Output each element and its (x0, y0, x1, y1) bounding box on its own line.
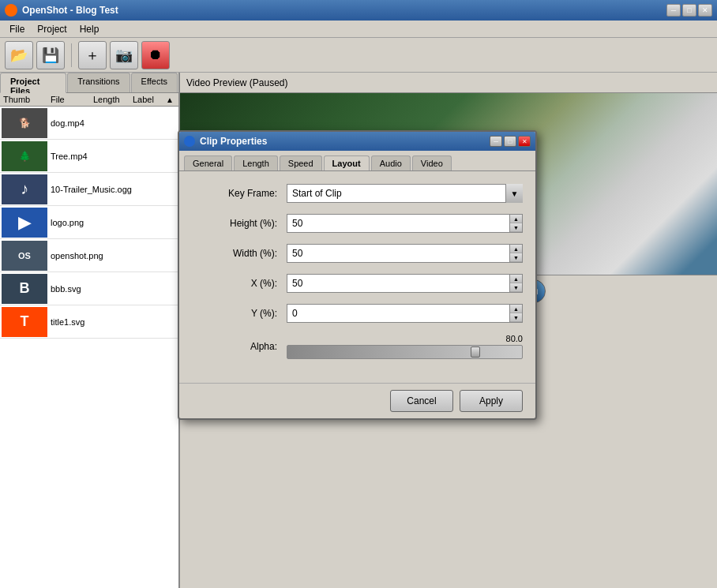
alpha-label: Alpha: (192, 341, 287, 352)
y-up[interactable]: ▲ (510, 305, 522, 313)
close-button[interactable]: ✕ (698, 4, 712, 17)
key-frame-label: Key Frame: (192, 188, 287, 199)
dialog-tab-layout[interactable]: Layout (324, 155, 370, 170)
dialog-title: Clip Properties (200, 136, 490, 147)
list-item[interactable]: B bbb.svg (0, 272, 178, 305)
file-name: logo.png (51, 218, 177, 227)
list-item[interactable]: ♪ 10-Trailer_Music.ogg (0, 173, 178, 206)
width-arrows: ▲ ▼ (509, 245, 522, 262)
y-spinner: ▲ ▼ (287, 304, 523, 323)
col-label-header: Label (133, 95, 164, 104)
file-name: 10-Trailer_Music.ogg (51, 185, 177, 194)
cancel-button[interactable]: Cancel (390, 390, 453, 412)
list-item[interactable]: 🌲 Tree.mp4 (0, 140, 178, 173)
y-label: Y (%): (192, 308, 287, 319)
tab-project-files[interactable]: Project Files (0, 73, 66, 93)
height-down[interactable]: ▼ (510, 223, 522, 232)
key-frame-arrow[interactable]: ▼ (505, 184, 523, 203)
col-length-header: Length (93, 95, 133, 104)
dialog-icon (184, 136, 195, 147)
x-up[interactable]: ▲ (510, 275, 522, 283)
file-thumb: ♪ (2, 174, 47, 204)
dialog-tab-video[interactable]: Video (412, 155, 452, 170)
tab-bar: Project Files Transitions Effects (0, 73, 178, 93)
y-input: ▲ ▼ (287, 304, 523, 323)
list-item[interactable]: 🐕 dog.mp4 (0, 107, 178, 140)
alpha-thumb[interactable] (471, 346, 480, 358)
maximize-button[interactable]: □ (682, 4, 696, 17)
app-title: OpenShot - Blog Test (22, 5, 666, 16)
x-label: X (%): (192, 278, 287, 289)
file-thumb: 🌲 (2, 141, 47, 171)
alpha-value: 80.0 (287, 334, 523, 343)
y-arrows: ▲ ▼ (509, 305, 522, 322)
key-frame-input: Start of ClipEnd of ClipCustom ▼ (287, 184, 523, 203)
height-value[interactable] (287, 215, 509, 232)
list-item[interactable]: T title1.svg (0, 305, 178, 339)
file-thumb: 🐕 (2, 108, 47, 138)
video-preview-title: Video Preview (Paused) (186, 77, 288, 88)
width-up[interactable]: ▲ (510, 245, 522, 253)
toolbar: 📂 💾 ＋ 📷 ⏺ (0, 38, 717, 73)
camera-button[interactable]: 📷 (110, 41, 138, 69)
x-value[interactable] (287, 275, 509, 292)
titlebar: OpenShot - Blog Test ─ □ ✕ (0, 0, 717, 21)
menu-file[interactable]: File (3, 22, 31, 36)
key-frame-select[interactable]: Start of ClipEnd of ClipCustom (287, 184, 523, 203)
height-up[interactable]: ▲ (510, 215, 522, 223)
height-arrows: ▲ ▼ (509, 215, 522, 232)
open-button[interactable]: 📂 (5, 41, 33, 69)
file-thumb: ▶ (2, 208, 47, 238)
x-arrows: ▲ ▼ (509, 275, 522, 292)
dialog-tab-audio[interactable]: Audio (371, 155, 411, 170)
apply-button[interactable]: Apply (460, 390, 523, 412)
width-value[interactable] (287, 245, 509, 262)
alpha-row: Alpha: 80.0 (192, 334, 523, 359)
y-value[interactable] (287, 305, 509, 322)
file-name: bbb.svg (51, 284, 177, 294)
dialog-minimize-button[interactable]: ─ (490, 136, 502, 147)
dialog-content: Key Frame: Start of ClipEnd of ClipCusto… (179, 171, 535, 383)
add-file-button[interactable]: ＋ (78, 41, 107, 69)
alpha-container: 80.0 (287, 334, 523, 359)
dialog-controls: ─ □ ✕ (490, 136, 531, 147)
height-row: Height (%): ▲ ▼ (192, 214, 523, 233)
menubar: File Project Help (0, 21, 717, 38)
video-preview-header: Video Preview (Paused) (180, 73, 717, 93)
y-down[interactable]: ▼ (510, 313, 522, 322)
x-down[interactable]: ▼ (510, 283, 522, 292)
x-spinner: ▲ ▼ (287, 274, 523, 293)
menu-project[interactable]: Project (31, 22, 73, 36)
file-thumb: T (2, 307, 47, 337)
file-list: 🐕 dog.mp4 🌲 Tree.mp4 ♪ 10-Trailer_Music.… (0, 107, 178, 588)
tab-transitions[interactable]: Transitions (67, 73, 130, 92)
dialog-tab-length[interactable]: Length (234, 155, 278, 170)
clip-dialog: Clip Properties ─ □ ✕ General Length Spe… (178, 130, 537, 420)
width-input: ▲ ▼ (287, 244, 523, 263)
file-name: title1.svg (51, 317, 177, 327)
record-button[interactable]: ⏺ (141, 41, 170, 69)
minimize-button[interactable]: ─ (666, 4, 681, 17)
scroll-up-arrow[interactable]: ▲ (164, 96, 175, 104)
dialog-maximize-button[interactable]: □ (504, 136, 516, 147)
list-item[interactable]: OS openshot.png (0, 239, 178, 272)
height-spinner: ▲ ▼ (287, 214, 523, 233)
dialog-tab-general[interactable]: General (184, 155, 232, 170)
save-button[interactable]: 💾 (36, 41, 65, 69)
list-item[interactable]: ▶ logo.png (0, 206, 178, 239)
menu-help[interactable]: Help (73, 22, 106, 36)
dialog-tabs: General Length Speed Layout Audio Video (179, 151, 535, 171)
dialog-close-button[interactable]: ✕ (518, 136, 531, 147)
width-row: Width (%): ▲ ▼ (192, 244, 523, 263)
width-label: Width (%): (192, 248, 287, 259)
width-down[interactable]: ▼ (510, 253, 522, 262)
alpha-slider[interactable] (287, 345, 523, 359)
file-name: Tree.mp4 (51, 152, 177, 161)
dialog-tab-speed[interactable]: Speed (280, 155, 322, 170)
toolbar-separator-1 (71, 43, 72, 67)
y-row: Y (%): ▲ ▼ (192, 304, 523, 323)
dialog-footer: Cancel Apply (179, 383, 535, 418)
file-thumb: B (2, 274, 47, 304)
tab-effects[interactable]: Effects (131, 73, 178, 92)
col-thumb-header: Thumb (3, 95, 51, 104)
